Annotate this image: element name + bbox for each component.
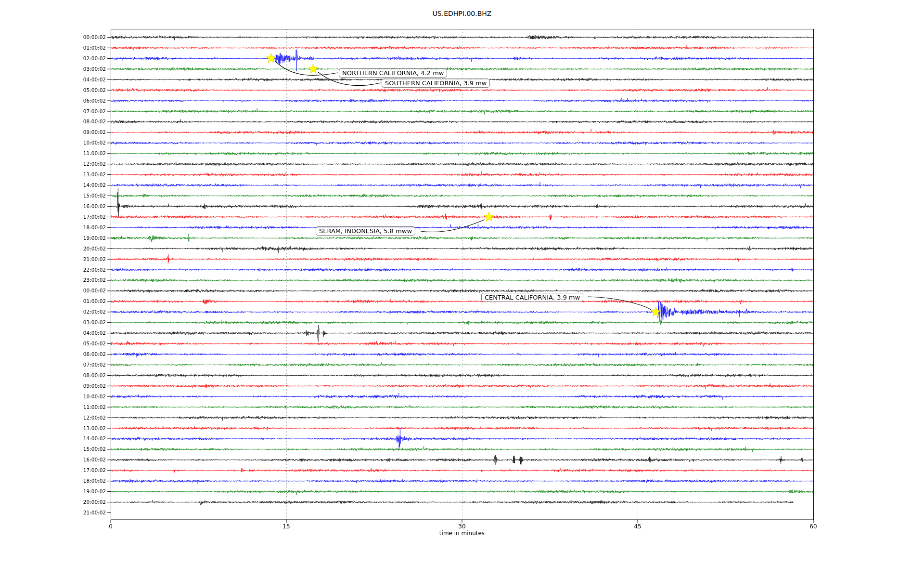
x-tick-label: 0 — [99, 523, 122, 530]
x-tick-label: 15 — [275, 523, 298, 530]
y-tick-label: 04:00:02 — [63, 330, 106, 336]
y-tick-label: 13:00:02 — [63, 171, 106, 178]
x-axis-title: time in minutes — [111, 530, 813, 537]
seismogram-figure: US.EDHPI.00.BHZ time in minutes 00:00:02… — [0, 0, 924, 578]
seismogram-traces-canvas — [111, 29, 813, 520]
y-tick-label: 22:00:02 — [63, 267, 106, 273]
y-tick-label: 23:00:02 — [63, 277, 106, 283]
y-tick-label: 19:00:02 — [63, 235, 106, 241]
y-tick-label: 07:00:02 — [63, 362, 106, 368]
y-tick-label: 12:00:02 — [63, 415, 106, 421]
y-tick-label: 12:00:02 — [63, 161, 106, 167]
y-tick-label: 14:00:02 — [63, 182, 106, 188]
y-tick-label: 04:00:02 — [63, 77, 106, 83]
y-tick-label: 05:00:02 — [63, 341, 106, 347]
y-tick-label: 18:00:02 — [63, 224, 106, 231]
y-tick-label: 19:00:02 — [63, 488, 106, 495]
y-tick-label: 09:00:02 — [63, 383, 106, 389]
y-tick-label: 13:00:02 — [63, 425, 106, 432]
y-tick-label: 21:00:02 — [63, 510, 106, 516]
y-tick-label: 11:00:02 — [63, 150, 106, 157]
y-tick-label: 14:00:02 — [63, 435, 106, 442]
y-tick-label: 03:00:02 — [63, 319, 106, 326]
y-tick-label: 10:00:02 — [63, 394, 106, 400]
y-tick-label: 01:00:02 — [63, 298, 106, 304]
y-tick-label: 02:00:02 — [63, 309, 106, 315]
y-tick-label: 11:00:02 — [63, 404, 106, 410]
y-tick-label: 21:00:02 — [63, 256, 106, 263]
event-annotation: NORTHERN CALIFORNIA, 4.2 mw — [339, 68, 447, 78]
y-tick-label: 20:00:02 — [63, 246, 106, 252]
y-tick-label: 06:00:02 — [63, 98, 106, 104]
y-tick-label: 15:00:02 — [63, 446, 106, 452]
y-tick-label: 18:00:02 — [63, 478, 106, 484]
y-tick-label: 07:00:02 — [63, 108, 106, 115]
event-annotation: CENTRAL CALIFORNIA, 3.9 mw — [481, 293, 583, 302]
y-tick-label: 15:00:02 — [63, 193, 106, 199]
y-tick-label: 00:00:02 — [63, 34, 106, 40]
y-tick-label: 17:00:02 — [63, 214, 106, 220]
y-tick-label: 10:00:02 — [63, 140, 106, 146]
y-tick-label: 16:00:02 — [63, 457, 106, 463]
y-tick-label: 01:00:02 — [63, 45, 106, 51]
y-tick-label: 02:00:02 — [63, 55, 106, 62]
x-tick-label: 45 — [626, 523, 649, 530]
y-tick-label: 08:00:02 — [63, 372, 106, 379]
y-tick-label: 06:00:02 — [63, 351, 106, 357]
x-tick-label: 60 — [802, 523, 825, 530]
y-tick-label: 20:00:02 — [63, 499, 106, 505]
event-annotation: SOUTHERN CALIFORNIA, 3.9 mw — [382, 79, 490, 88]
y-tick-label: 00:00:02 — [63, 288, 106, 294]
x-tick-label: 30 — [450, 523, 474, 530]
event-annotation: SERAM, INDONESIA, 5.8 mww — [316, 226, 415, 236]
y-tick-label: 17:00:02 — [63, 467, 106, 473]
y-tick-label: 09:00:02 — [63, 129, 106, 135]
chart-title: US.EDHPI.00.BHZ — [111, 10, 813, 17]
y-tick-label: 03:00:02 — [63, 66, 106, 72]
y-tick-label: 08:00:02 — [63, 118, 106, 125]
y-tick-label: 05:00:02 — [63, 87, 106, 93]
y-tick-label: 16:00:02 — [63, 203, 106, 210]
